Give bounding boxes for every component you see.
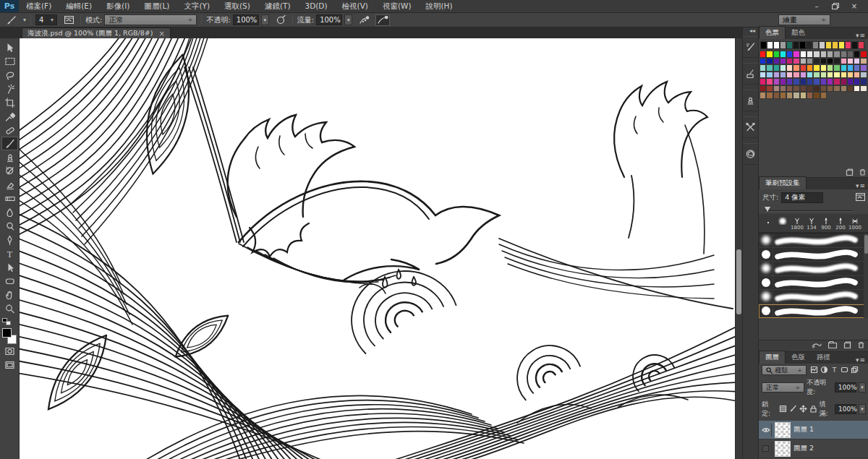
swatch[interactable] (833, 51, 840, 58)
swatch[interactable] (847, 72, 854, 79)
swatch[interactable] (851, 41, 858, 49)
brush-stroke-row-1[interactable] (759, 233, 868, 248)
swatch[interactable] (806, 41, 812, 49)
swatch[interactable] (847, 78, 854, 85)
swatch[interactable] (780, 58, 786, 65)
layer-fill-dropdown[interactable]: ▾ (859, 404, 866, 414)
tab-色版[interactable]: 色版 (786, 351, 811, 364)
swatch[interactable] (847, 51, 854, 58)
flow-value[interactable]: 100% (316, 14, 342, 25)
collapse-dock-icon[interactable]: ◂◂ (749, 27, 758, 36)
flow-dropdown[interactable]: ▾ (344, 14, 352, 25)
zoom-tool[interactable] (1, 301, 18, 315)
gradient-tool[interactable] (1, 192, 18, 205)
swatch[interactable] (760, 72, 766, 79)
swatch[interactable] (833, 72, 840, 79)
swatch[interactable] (833, 58, 840, 65)
brush-tip-900[interactable]: 900 (819, 215, 833, 231)
swatch[interactable] (807, 51, 813, 58)
swatch[interactable] (766, 51, 773, 58)
menu-item-select[interactable]: 選取(S) (217, 1, 258, 12)
swatch[interactable] (800, 78, 807, 85)
brush-tool-options-icon[interactable] (4, 14, 19, 26)
eyedropper-tool[interactable] (1, 109, 18, 123)
swatch[interactable] (760, 64, 766, 72)
swatch[interactable] (760, 41, 767, 49)
swatch[interactable] (780, 64, 786, 72)
brush-list-scrollbar[interactable] (864, 233, 868, 318)
panel-menu-icon[interactable]: ▾≡ (856, 182, 868, 189)
menu-item-view[interactable]: 檢視(V) (335, 1, 375, 12)
swatch[interactable] (793, 58, 799, 65)
tab-brush-presets[interactable]: 筆刷預設集 (759, 176, 807, 189)
menu-item-filter[interactable]: 濾鏡(T) (258, 1, 298, 12)
swatch[interactable] (825, 41, 832, 49)
layer-opacity-value[interactable]: 100% (835, 382, 856, 392)
blend-mode-select[interactable]: 正常÷ (762, 382, 804, 392)
swatch[interactable] (841, 72, 847, 79)
menu-item-window[interactable]: 視窗(W) (375, 1, 419, 12)
swatch[interactable] (766, 85, 773, 93)
swatch[interactable] (800, 85, 807, 93)
swatch[interactable] (786, 78, 793, 85)
menu-item-file[interactable]: 檔案(F) (19, 1, 59, 12)
swatch[interactable] (820, 85, 827, 93)
workspace-switcher[interactable]: 繪畫÷ (778, 14, 830, 25)
swatch[interactable] (786, 85, 793, 93)
new-brush-icon[interactable] (843, 341, 851, 351)
stroke-preview-toggle-icon[interactable] (812, 341, 822, 351)
swatch[interactable] (773, 64, 780, 72)
swatch[interactable] (841, 58, 847, 65)
swatch[interactable] (766, 78, 773, 85)
swatch[interactable] (799, 41, 806, 49)
panel-menu-icon[interactable]: ▾≡ (856, 356, 868, 364)
brush-size-slider[interactable] (765, 207, 863, 213)
close-button[interactable]: × (846, 1, 862, 11)
lock-all-icon[interactable] (809, 405, 817, 414)
swatch[interactable] (845, 41, 851, 49)
airbrush-icon[interactable] (357, 14, 371, 26)
canvas-vertical-scrollbar[interactable] (735, 38, 742, 459)
swatch[interactable] (780, 85, 786, 93)
swatch[interactable] (773, 72, 780, 79)
swatch[interactable] (832, 41, 838, 49)
menu-item-help[interactable]: 說明(H) (419, 1, 460, 12)
open-preset-manager-icon[interactable] (828, 341, 837, 351)
foreground-background-colors[interactable] (2, 328, 17, 344)
foreground-color[interactable] (2, 328, 12, 338)
swatch[interactable] (800, 64, 807, 72)
swatch[interactable] (860, 72, 867, 79)
swatch[interactable] (766, 64, 773, 72)
document-close-icon[interactable]: × (158, 30, 164, 38)
smart-filter-icon[interactable] (851, 366, 859, 375)
magic-wand-tool[interactable] (1, 82, 18, 95)
path-select-tool[interactable] (1, 260, 18, 274)
toggle-brush-panel-icon[interactable] (61, 14, 76, 26)
swatch[interactable] (773, 92, 780, 99)
swatch[interactable] (807, 72, 813, 79)
swatch[interactable] (841, 85, 847, 93)
delete-brush-icon[interactable] (858, 341, 864, 351)
delete-swatch-icon[interactable] (859, 168, 866, 177)
swatch[interactable] (854, 72, 860, 79)
brush-tip-1000[interactable]: 1000 (848, 215, 862, 231)
layer-row-2[interactable]: 圖層 2 (759, 439, 868, 458)
swatch[interactable] (766, 92, 773, 99)
swatch[interactable] (786, 41, 793, 49)
swatch[interactable] (773, 78, 780, 85)
brush-panel-icon[interactable] (743, 36, 759, 58)
swatch[interactable] (780, 92, 786, 99)
brush-stroke-row-4[interactable] (759, 276, 868, 291)
swatch[interactable] (860, 51, 867, 58)
swatch[interactable] (793, 78, 799, 85)
menu-item-layer[interactable]: 圖層(L) (137, 1, 176, 12)
swatch[interactable] (767, 41, 773, 49)
quick-mask-icon[interactable] (1, 344, 18, 358)
swatch[interactable] (833, 85, 840, 93)
eraser-tool[interactable] (1, 178, 18, 192)
swatch[interactable] (854, 78, 860, 85)
scrollbar-thumb[interactable] (736, 249, 741, 314)
tool-presets-icon[interactable] (743, 63, 759, 85)
swatch[interactable] (793, 72, 799, 79)
pen-tool[interactable] (1, 233, 18, 246)
